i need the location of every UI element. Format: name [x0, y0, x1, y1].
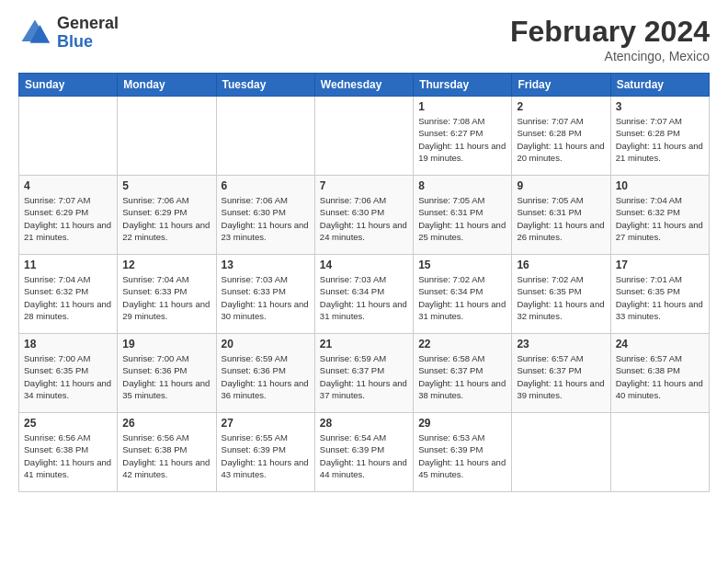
calendar-cell-w4-d1: 18Sunrise: 7:00 AMSunset: 6:35 PMDayligh… [19, 334, 118, 413]
day-number: 11 [24, 259, 112, 271]
day-info: Sunrise: 6:56 AMSunset: 6:38 PMDaylight:… [24, 431, 112, 480]
calendar-cell-w1-d2 [118, 97, 216, 176]
day-info: Sunrise: 7:00 AMSunset: 6:35 PMDaylight:… [24, 352, 112, 401]
calendar-week-1: 1Sunrise: 7:08 AMSunset: 6:27 PMDaylight… [19, 97, 710, 176]
day-number: 19 [122, 338, 210, 350]
calendar-cell-w4-d4: 21Sunrise: 6:59 AMSunset: 6:37 PMDayligh… [314, 334, 413, 413]
calendar-cell-w2-d2: 5Sunrise: 7:06 AMSunset: 6:29 PMDaylight… [118, 176, 216, 255]
calendar-table: Sunday Monday Tuesday Wednesday Thursday… [18, 73, 710, 492]
calendar-cell-w4-d2: 19Sunrise: 7:00 AMSunset: 6:36 PMDayligh… [118, 334, 216, 413]
calendar-week-3: 11Sunrise: 7:04 AMSunset: 6:32 PMDayligh… [19, 255, 710, 334]
day-number: 26 [122, 417, 210, 430]
day-info: Sunrise: 7:02 AMSunset: 6:35 PMDaylight:… [517, 273, 605, 322]
day-number: 3 [616, 100, 704, 113]
day-number: 16 [517, 259, 605, 271]
calendar-header-row: Sunday Monday Tuesday Wednesday Thursday… [19, 74, 710, 97]
day-number: 21 [320, 338, 408, 350]
day-info: Sunrise: 7:00 AMSunset: 6:36 PMDaylight:… [122, 352, 210, 401]
day-number: 18 [24, 338, 112, 350]
calendar-cell-w2-d7: 10Sunrise: 7:04 AMSunset: 6:32 PMDayligh… [610, 176, 709, 255]
day-info: Sunrise: 6:56 AMSunset: 6:38 PMDaylight:… [122, 431, 210, 480]
calendar-cell-w4-d5: 22Sunrise: 6:58 AMSunset: 6:37 PMDayligh… [414, 334, 512, 413]
calendar-cell-w5-d7 [610, 413, 709, 492]
day-number: 27 [222, 417, 310, 430]
day-number: 17 [616, 259, 704, 271]
day-info: Sunrise: 6:55 AMSunset: 6:39 PMDaylight:… [222, 431, 310, 480]
calendar-cell-w4-d3: 20Sunrise: 6:59 AMSunset: 6:36 PMDayligh… [216, 334, 314, 413]
day-number: 23 [517, 338, 605, 350]
day-info: Sunrise: 7:06 AMSunset: 6:30 PMDaylight:… [320, 194, 408, 243]
calendar-cell-w1-d5: 1Sunrise: 7:08 AMSunset: 6:27 PMDaylight… [414, 97, 512, 176]
logo-icon [18, 17, 51, 50]
logo: General Blue [18, 15, 119, 52]
calendar-cell-w1-d1 [19, 97, 118, 176]
day-number: 9 [517, 179, 605, 192]
day-info: Sunrise: 6:54 AMSunset: 6:39 PMDaylight:… [320, 431, 408, 480]
page: General Blue February 2024 Atencingo, Me… [0, 0, 728, 501]
day-number: 12 [122, 259, 210, 271]
logo-text: General Blue [57, 15, 119, 52]
col-thursday: Thursday [414, 74, 512, 97]
calendar-cell-w3-d1: 11Sunrise: 7:04 AMSunset: 6:32 PMDayligh… [19, 255, 118, 334]
day-info: Sunrise: 6:53 AMSunset: 6:39 PMDaylight:… [418, 431, 506, 480]
month-year: February 2024 [510, 15, 710, 49]
calendar-week-2: 4Sunrise: 7:07 AMSunset: 6:29 PMDaylight… [19, 176, 710, 255]
calendar-cell-w5-d3: 27Sunrise: 6:55 AMSunset: 6:39 PMDayligh… [216, 413, 314, 492]
day-number: 8 [418, 179, 506, 192]
col-friday: Friday [512, 74, 610, 97]
day-number: 20 [222, 338, 310, 350]
calendar-cell-w1-d3 [216, 97, 314, 176]
day-number: 15 [418, 259, 506, 271]
day-number: 5 [122, 179, 210, 192]
day-info: Sunrise: 7:07 AMSunset: 6:28 PMDaylight:… [616, 115, 704, 164]
logo-blue: Blue [57, 32, 93, 51]
day-number: 2 [517, 100, 605, 113]
calendar-cell-w5-d6 [512, 413, 610, 492]
calendar-cell-w3-d5: 15Sunrise: 7:02 AMSunset: 6:34 PMDayligh… [414, 255, 512, 334]
day-number: 28 [320, 417, 408, 430]
day-info: Sunrise: 7:03 AMSunset: 6:33 PMDaylight:… [222, 273, 310, 322]
calendar-cell-w1-d4 [314, 97, 413, 176]
calendar-cell-w4-d6: 23Sunrise: 6:57 AMSunset: 6:37 PMDayligh… [512, 334, 610, 413]
calendar-cell-w3-d3: 13Sunrise: 7:03 AMSunset: 6:33 PMDayligh… [216, 255, 314, 334]
day-info: Sunrise: 7:04 AMSunset: 6:32 PMDaylight:… [616, 194, 704, 243]
col-wednesday: Wednesday [314, 74, 413, 97]
col-saturday: Saturday [610, 74, 709, 97]
day-number: 25 [24, 417, 112, 430]
calendar-cell-w2-d1: 4Sunrise: 7:07 AMSunset: 6:29 PMDaylight… [19, 176, 118, 255]
day-info: Sunrise: 6:59 AMSunset: 6:36 PMDaylight:… [222, 352, 310, 401]
location: Atencingo, Mexico [510, 49, 710, 63]
day-info: Sunrise: 6:57 AMSunset: 6:38 PMDaylight:… [616, 352, 704, 401]
col-monday: Monday [118, 74, 216, 97]
calendar-cell-w5-d5: 29Sunrise: 6:53 AMSunset: 6:39 PMDayligh… [414, 413, 512, 492]
calendar-cell-w2-d4: 7Sunrise: 7:06 AMSunset: 6:30 PMDaylight… [314, 176, 413, 255]
day-number: 6 [222, 179, 310, 192]
calendar-cell-w3-d7: 17Sunrise: 7:01 AMSunset: 6:35 PMDayligh… [610, 255, 709, 334]
day-info: Sunrise: 7:05 AMSunset: 6:31 PMDaylight:… [517, 194, 605, 243]
title-block: February 2024 Atencingo, Mexico [510, 15, 710, 63]
calendar-cell-w4-d7: 24Sunrise: 6:57 AMSunset: 6:38 PMDayligh… [610, 334, 709, 413]
day-info: Sunrise: 7:06 AMSunset: 6:30 PMDaylight:… [222, 194, 310, 243]
day-number: 24 [616, 338, 704, 350]
day-info: Sunrise: 7:07 AMSunset: 6:28 PMDaylight:… [517, 115, 605, 164]
calendar-week-4: 18Sunrise: 7:00 AMSunset: 6:35 PMDayligh… [19, 334, 710, 413]
day-info: Sunrise: 7:07 AMSunset: 6:29 PMDaylight:… [24, 194, 112, 243]
day-number: 29 [418, 417, 506, 430]
day-info: Sunrise: 7:06 AMSunset: 6:29 PMDaylight:… [122, 194, 210, 243]
header: General Blue February 2024 Atencingo, Me… [18, 15, 710, 63]
day-number: 7 [320, 179, 408, 192]
col-sunday: Sunday [19, 74, 118, 97]
calendar-week-5: 25Sunrise: 6:56 AMSunset: 6:38 PMDayligh… [19, 413, 710, 492]
day-info: Sunrise: 7:02 AMSunset: 6:34 PMDaylight:… [418, 273, 506, 322]
day-number: 22 [418, 338, 506, 350]
day-info: Sunrise: 7:05 AMSunset: 6:31 PMDaylight:… [418, 194, 506, 243]
day-info: Sunrise: 7:08 AMSunset: 6:27 PMDaylight:… [418, 115, 506, 164]
day-info: Sunrise: 7:03 AMSunset: 6:34 PMDaylight:… [320, 273, 408, 322]
calendar-cell-w2-d5: 8Sunrise: 7:05 AMSunset: 6:31 PMDaylight… [414, 176, 512, 255]
calendar-cell-w5-d1: 25Sunrise: 6:56 AMSunset: 6:38 PMDayligh… [19, 413, 118, 492]
calendar-cell-w5-d2: 26Sunrise: 6:56 AMSunset: 6:38 PMDayligh… [118, 413, 216, 492]
calendar-cell-w2-d6: 9Sunrise: 7:05 AMSunset: 6:31 PMDaylight… [512, 176, 610, 255]
day-number: 13 [222, 259, 310, 271]
day-number: 10 [616, 179, 704, 192]
calendar-cell-w1-d7: 3Sunrise: 7:07 AMSunset: 6:28 PMDaylight… [610, 97, 709, 176]
